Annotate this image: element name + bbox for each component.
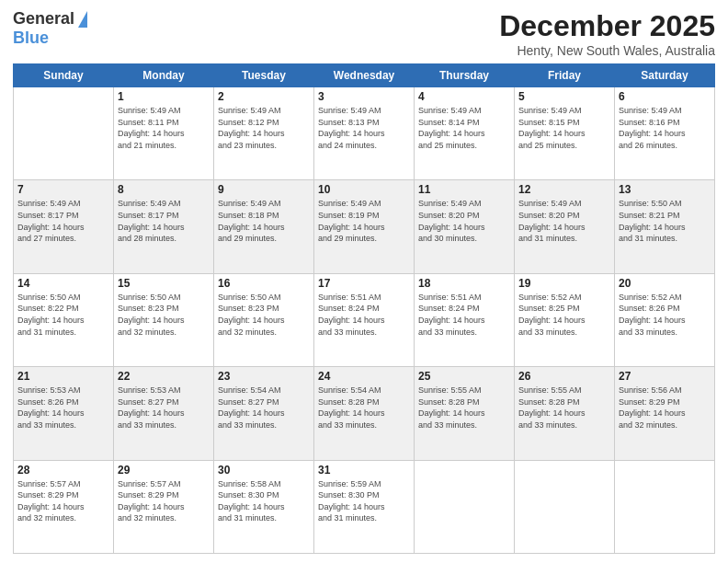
- day-number: 21: [17, 370, 109, 383]
- day-info: Sunrise: 5:54 AM Sunset: 8:27 PM Dayligh…: [218, 385, 310, 431]
- day-info: Sunrise: 5:49 AM Sunset: 8:20 PM Dayligh…: [518, 198, 610, 244]
- table-row: 20Sunrise: 5:52 AM Sunset: 8:26 PM Dayli…: [615, 273, 715, 366]
- table-row: [615, 460, 715, 553]
- table-row: 5Sunrise: 5:49 AM Sunset: 8:15 PM Daylig…: [515, 87, 615, 180]
- table-row: 6Sunrise: 5:49 AM Sunset: 8:16 PM Daylig…: [615, 87, 715, 180]
- table-row: 8Sunrise: 5:49 AM Sunset: 8:17 PM Daylig…: [114, 180, 214, 273]
- day-info: Sunrise: 5:54 AM Sunset: 8:28 PM Dayligh…: [318, 385, 410, 431]
- page: General Blue December 2025 Henty, New So…: [0, 0, 728, 563]
- day-number: 4: [418, 90, 510, 103]
- day-number: 29: [118, 464, 210, 477]
- day-info: Sunrise: 5:49 AM Sunset: 8:17 PM Dayligh…: [118, 198, 210, 244]
- table-row: 28Sunrise: 5:57 AM Sunset: 8:29 PM Dayli…: [14, 460, 114, 553]
- col-sunday: Sunday: [14, 64, 114, 87]
- table-row: 15Sunrise: 5:50 AM Sunset: 8:23 PM Dayli…: [114, 273, 214, 366]
- table-row: 14Sunrise: 5:50 AM Sunset: 8:22 PM Dayli…: [14, 273, 114, 366]
- table-row: 3Sunrise: 5:49 AM Sunset: 8:13 PM Daylig…: [314, 87, 415, 180]
- day-info: Sunrise: 5:49 AM Sunset: 8:19 PM Dayligh…: [318, 198, 410, 244]
- day-info: Sunrise: 5:51 AM Sunset: 8:24 PM Dayligh…: [418, 292, 510, 338]
- col-saturday: Saturday: [615, 64, 715, 87]
- header: General Blue December 2025 Henty, New So…: [13, 9, 715, 58]
- col-tuesday: Tuesday: [214, 64, 314, 87]
- table-row: 26Sunrise: 5:55 AM Sunset: 8:28 PM Dayli…: [515, 367, 615, 460]
- table-row: 11Sunrise: 5:49 AM Sunset: 8:20 PM Dayli…: [415, 180, 515, 273]
- day-number: 26: [518, 370, 610, 383]
- day-info: Sunrise: 5:50 AM Sunset: 8:23 PM Dayligh…: [118, 292, 210, 338]
- calendar-week-row: 28Sunrise: 5:57 AM Sunset: 8:29 PM Dayli…: [14, 460, 715, 553]
- day-number: 16: [218, 277, 310, 290]
- day-number: 5: [518, 90, 610, 103]
- table-row: 12Sunrise: 5:49 AM Sunset: 8:20 PM Dayli…: [515, 180, 615, 273]
- table-row: 2Sunrise: 5:49 AM Sunset: 8:12 PM Daylig…: [214, 87, 314, 180]
- logo-blue: Blue: [13, 29, 49, 48]
- table-row: 22Sunrise: 5:53 AM Sunset: 8:27 PM Dayli…: [114, 367, 214, 460]
- location: Henty, New South Wales, Australia: [499, 43, 715, 58]
- day-number: 14: [17, 277, 109, 290]
- day-number: 9: [218, 183, 310, 196]
- day-number: 3: [318, 90, 410, 103]
- day-number: 17: [318, 277, 410, 290]
- calendar-week-row: 21Sunrise: 5:53 AM Sunset: 8:26 PM Dayli…: [14, 367, 715, 460]
- table-row: 18Sunrise: 5:51 AM Sunset: 8:24 PM Dayli…: [415, 273, 515, 366]
- day-info: Sunrise: 5:50 AM Sunset: 8:23 PM Dayligh…: [218, 292, 310, 338]
- day-info: Sunrise: 5:49 AM Sunset: 8:20 PM Dayligh…: [418, 198, 510, 244]
- day-number: 12: [518, 183, 610, 196]
- day-number: 19: [518, 277, 610, 290]
- table-row: 21Sunrise: 5:53 AM Sunset: 8:26 PM Dayli…: [14, 367, 114, 460]
- table-row: 29Sunrise: 5:57 AM Sunset: 8:29 PM Dayli…: [114, 460, 214, 553]
- table-row: [14, 87, 114, 180]
- day-number: 13: [619, 183, 711, 196]
- table-row: 19Sunrise: 5:52 AM Sunset: 8:25 PM Dayli…: [515, 273, 615, 366]
- calendar-week-row: 14Sunrise: 5:50 AM Sunset: 8:22 PM Dayli…: [14, 273, 715, 366]
- calendar-header-row: Sunday Monday Tuesday Wednesday Thursday…: [14, 64, 715, 87]
- col-friday: Friday: [515, 64, 615, 87]
- table-row: 31Sunrise: 5:59 AM Sunset: 8:30 PM Dayli…: [314, 460, 415, 553]
- day-info: Sunrise: 5:49 AM Sunset: 8:12 PM Dayligh…: [218, 105, 310, 151]
- day-number: 11: [418, 183, 510, 196]
- logo-arrow-icon: [78, 11, 87, 28]
- table-row: [515, 460, 615, 553]
- day-number: 30: [218, 464, 310, 477]
- day-info: Sunrise: 5:55 AM Sunset: 8:28 PM Dayligh…: [518, 385, 610, 431]
- day-info: Sunrise: 5:57 AM Sunset: 8:29 PM Dayligh…: [118, 478, 210, 524]
- day-number: 8: [118, 183, 210, 196]
- day-number: 7: [17, 183, 109, 196]
- table-row: 13Sunrise: 5:50 AM Sunset: 8:21 PM Dayli…: [615, 180, 715, 273]
- table-row: 17Sunrise: 5:51 AM Sunset: 8:24 PM Dayli…: [314, 273, 415, 366]
- day-info: Sunrise: 5:58 AM Sunset: 8:30 PM Dayligh…: [218, 478, 310, 524]
- day-number: 23: [218, 370, 310, 383]
- day-info: Sunrise: 5:59 AM Sunset: 8:30 PM Dayligh…: [318, 478, 410, 524]
- day-info: Sunrise: 5:49 AM Sunset: 8:14 PM Dayligh…: [418, 105, 510, 151]
- table-row: 7Sunrise: 5:49 AM Sunset: 8:17 PM Daylig…: [14, 180, 114, 273]
- day-info: Sunrise: 5:57 AM Sunset: 8:29 PM Dayligh…: [17, 478, 109, 524]
- day-info: Sunrise: 5:49 AM Sunset: 8:17 PM Dayligh…: [17, 198, 109, 244]
- day-number: 22: [118, 370, 210, 383]
- day-number: 28: [17, 464, 109, 477]
- col-wednesday: Wednesday: [314, 64, 415, 87]
- day-info: Sunrise: 5:51 AM Sunset: 8:24 PM Dayligh…: [318, 292, 410, 338]
- table-row: 4Sunrise: 5:49 AM Sunset: 8:14 PM Daylig…: [415, 87, 515, 180]
- table-row: 9Sunrise: 5:49 AM Sunset: 8:18 PM Daylig…: [214, 180, 314, 273]
- title-block: December 2025 Henty, New South Wales, Au…: [499, 9, 715, 58]
- table-row: 23Sunrise: 5:54 AM Sunset: 8:27 PM Dayli…: [214, 367, 314, 460]
- day-info: Sunrise: 5:49 AM Sunset: 8:11 PM Dayligh…: [118, 105, 210, 151]
- day-number: 31: [318, 464, 410, 477]
- month-title: December 2025: [499, 9, 715, 43]
- col-monday: Monday: [114, 64, 214, 87]
- day-info: Sunrise: 5:56 AM Sunset: 8:29 PM Dayligh…: [619, 385, 711, 431]
- calendar-week-row: 7Sunrise: 5:49 AM Sunset: 8:17 PM Daylig…: [14, 180, 715, 273]
- table-row: 16Sunrise: 5:50 AM Sunset: 8:23 PM Dayli…: [214, 273, 314, 366]
- day-info: Sunrise: 5:49 AM Sunset: 8:15 PM Dayligh…: [518, 105, 610, 151]
- day-number: 15: [118, 277, 210, 290]
- table-row: 1Sunrise: 5:49 AM Sunset: 8:11 PM Daylig…: [114, 87, 214, 180]
- day-number: 24: [318, 370, 410, 383]
- day-info: Sunrise: 5:50 AM Sunset: 8:22 PM Dayligh…: [17, 292, 109, 338]
- col-thursday: Thursday: [415, 64, 515, 87]
- day-number: 2: [218, 90, 310, 103]
- day-info: Sunrise: 5:49 AM Sunset: 8:13 PM Dayligh…: [318, 105, 410, 151]
- day-info: Sunrise: 5:52 AM Sunset: 8:26 PM Dayligh…: [619, 292, 711, 338]
- table-row: 24Sunrise: 5:54 AM Sunset: 8:28 PM Dayli…: [314, 367, 415, 460]
- table-row: [415, 460, 515, 553]
- calendar-week-row: 1Sunrise: 5:49 AM Sunset: 8:11 PM Daylig…: [14, 87, 715, 180]
- day-info: Sunrise: 5:55 AM Sunset: 8:28 PM Dayligh…: [418, 385, 510, 431]
